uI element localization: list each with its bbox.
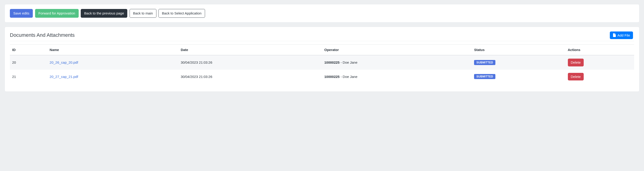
add-file-button[interactable]: Add File bbox=[610, 32, 633, 39]
documents-table: ID Name Date Operator Status Actions 20 … bbox=[10, 44, 634, 84]
back-select-application-label: Back to Select Application bbox=[162, 11, 202, 15]
status-badge: SUBMITTED bbox=[474, 74, 496, 79]
toolbar-card: Save edits Forward for Approvation Back … bbox=[4, 4, 640, 23]
col-actions: Actions bbox=[566, 45, 634, 55]
back-select-application-button[interactable]: Back to Select Application bbox=[158, 9, 205, 18]
table-row: 20 20_26_cap_20.pdf 30/04/2023 21:03:26 … bbox=[10, 55, 634, 70]
operator-name: Doe Jane bbox=[343, 75, 357, 79]
back-previous-page-label: Back to the previous page bbox=[84, 11, 124, 15]
cell-operator: 10000225 - Doe Jane bbox=[322, 55, 472, 70]
cell-id: 21 bbox=[10, 70, 47, 84]
operator-code: 10000225 bbox=[324, 60, 340, 64]
cell-date: 30/04/2023 21:03:26 bbox=[178, 55, 322, 70]
operator-sep: - bbox=[340, 75, 343, 79]
save-edits-button[interactable]: Save edits bbox=[10, 9, 33, 18]
back-main-label: Back to main bbox=[133, 11, 153, 15]
file-link[interactable]: 20_27_cap_21.pdf bbox=[50, 75, 78, 79]
forward-approvation-button[interactable]: Forward for Approvation bbox=[35, 9, 79, 18]
delete-button[interactable]: Delete bbox=[568, 59, 584, 66]
back-main-button[interactable]: Back to main bbox=[130, 9, 156, 18]
delete-label: Delete bbox=[571, 60, 581, 64]
section-title: Documents And Attachments bbox=[10, 32, 75, 38]
back-previous-page-button[interactable]: Back to the previous page bbox=[81, 9, 127, 18]
forward-approvation-label: Forward for Approvation bbox=[38, 11, 75, 15]
operator-sep: - bbox=[340, 60, 343, 64]
documents-card: Documents And Attachments Add File ID Na… bbox=[4, 27, 640, 92]
cell-date: 30/04/2023 21:03:26 bbox=[178, 70, 322, 84]
operator-code: 10000225 bbox=[324, 75, 340, 79]
cell-id: 20 bbox=[10, 55, 47, 70]
col-name: Name bbox=[47, 45, 178, 55]
delete-label: Delete bbox=[571, 75, 581, 79]
col-id: ID bbox=[10, 45, 47, 55]
table-row: 21 20_27_cap_21.pdf 30/04/2023 21:03:26 … bbox=[10, 70, 634, 84]
file-link[interactable]: 20_26_cap_20.pdf bbox=[50, 60, 78, 64]
status-badge: SUBMITTED bbox=[474, 60, 496, 65]
delete-button[interactable]: Delete bbox=[568, 73, 584, 81]
documents-header: Documents And Attachments Add File bbox=[10, 32, 634, 41]
col-date: Date bbox=[178, 45, 322, 55]
add-file-label: Add File bbox=[618, 33, 630, 38]
col-operator: Operator bbox=[322, 45, 472, 55]
operator-name: Doe Jane bbox=[343, 60, 357, 64]
col-status: Status bbox=[472, 45, 565, 55]
save-edits-label: Save edits bbox=[13, 11, 29, 15]
cell-operator: 10000225 - Doe Jane bbox=[322, 70, 472, 84]
file-icon bbox=[613, 33, 616, 37]
